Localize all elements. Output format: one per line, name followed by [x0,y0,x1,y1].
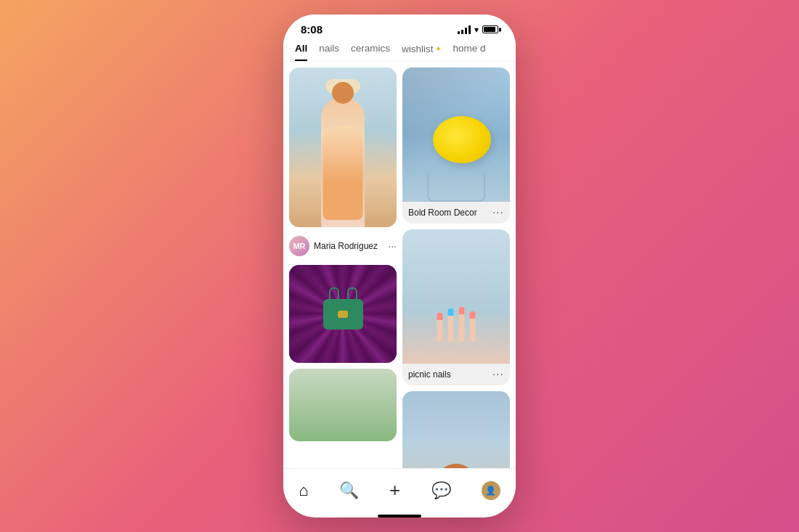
tab-home-d[interactable]: home d [453,43,486,61]
yellow-bag-label: Bold Room Decor [408,208,477,218]
nav-add[interactable]: + [384,476,406,504]
nails-more-dots[interactable]: ··· [492,368,504,381]
battery-fill [484,27,495,32]
nails-image [402,229,510,364]
profile-avatar-icon: 👤 [485,486,496,496]
table-visual [427,173,485,202]
messages-icon: 💬 [431,481,451,500]
yellow-bag-image [402,67,510,202]
user-row-maria: MR Maria Rodriguez ··· [289,233,397,259]
velvet-bag-image [289,265,397,363]
pin-card-partial[interactable] [289,369,397,441]
user-more-dots[interactable]: ··· [388,240,397,252]
tab-nails[interactable]: nails [319,43,339,61]
signal-icon [458,25,471,34]
tabs-bar: All nails ceramics wishlist ✦ home d [283,40,516,62]
portrait-image [402,391,510,468]
pin-card-fashion[interactable] [289,67,397,227]
portrait-head [437,464,476,468]
nav-home[interactable]: ⌂ [293,478,314,503]
nav-search[interactable]: 🔍 [333,478,365,503]
finger-2 [448,308,454,342]
bag-handle-left [329,287,339,300]
finger-3 [459,307,465,342]
fingers-group [436,307,477,342]
tab-wishlist[interactable]: wishlist ✦ [402,43,442,61]
avatar-maria: MR [289,236,309,256]
phone-frame: 8:08 ▾ All nails ceramics wishlist ✦ hom… [283,15,516,517]
signal-bar-3 [465,28,467,34]
fashion-image [289,67,397,227]
wifi-icon: ▾ [474,25,479,35]
tab-all[interactable]: All [295,43,307,61]
right-column: Bold Room Decor ··· [402,67,510,468]
pin-card-velvet-bag[interactable] [289,265,397,363]
nails-label: picnic nails [408,369,451,380]
nav-profile[interactable]: 👤 [476,478,506,503]
bottom-nav: ⌂ 🔍 + 💬 👤 [283,468,516,509]
masonry-grid: MR Maria Rodriguez ··· [289,67,510,468]
finger-1 [437,313,443,342]
partial-image [289,369,397,441]
pin-card-nails[interactable]: picnic nails ··· [402,229,510,385]
add-icon: + [389,479,400,502]
status-icons: ▾ [458,25,498,35]
home-icon: ⌂ [299,481,308,500]
username-maria: Maria Rodriguez [314,241,378,251]
signal-bar-1 [458,31,460,34]
home-indicator [378,515,421,517]
pin-card-yellow-bag[interactable]: Bold Room Decor ··· [402,67,510,224]
yellow-bag-more-dots[interactable]: ··· [492,206,504,219]
search-icon: 🔍 [339,481,359,500]
nav-messages[interactable]: 💬 [426,478,457,503]
body-detail [323,126,363,220]
status-time: 8:08 [301,23,323,36]
bag-shape [323,299,363,330]
signal-bar-4 [469,25,471,34]
finger-4 [470,311,476,342]
tab-ceramics[interactable]: ceramics [351,43,390,61]
yellow-bag-label-row: Bold Room Decor ··· [402,202,510,224]
bag-handle-right [347,287,357,300]
sparkle-icon: ✦ [435,44,442,54]
hat-detail [325,79,360,94]
pin-card-portrait[interactable] [402,391,510,468]
nails-label-row: picnic nails ··· [402,364,510,385]
signal-bar-2 [461,30,463,34]
hands-visual [402,229,510,364]
left-column: MR Maria Rodriguez ··· [289,67,397,468]
content-area[interactable]: MR Maria Rodriguez ··· [283,62,516,468]
yellow-bag-shape [433,116,491,163]
bag-clasp [338,311,348,318]
battery-icon [482,25,498,33]
profile-avatar: 👤 [482,481,500,500]
status-bar: 8:08 ▾ [283,15,516,40]
